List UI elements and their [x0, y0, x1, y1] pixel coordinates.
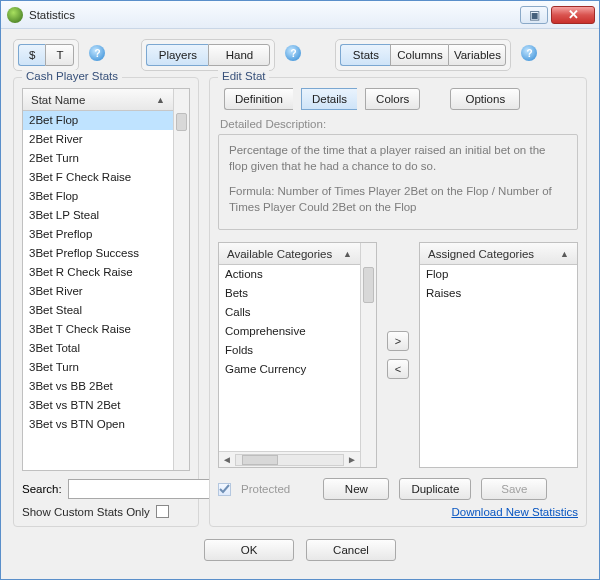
- list-item[interactable]: 2Bet Turn: [23, 149, 173, 168]
- maximize-button[interactable]: ▣: [520, 6, 548, 24]
- move-left-button[interactable]: <: [387, 359, 409, 379]
- search-input[interactable]: [68, 479, 225, 499]
- tab-colors[interactable]: Colors: [365, 88, 420, 110]
- check-icon: [219, 484, 230, 495]
- new-button[interactable]: New: [323, 478, 389, 500]
- duplicate-button[interactable]: Duplicate: [399, 478, 471, 500]
- custom-only-label: Show Custom Stats Only: [22, 506, 150, 518]
- stat-list-header-label: Stat Name: [31, 94, 85, 106]
- list-item[interactable]: 3Bet River: [23, 282, 173, 301]
- protected-label: Protected: [241, 483, 290, 495]
- maximize-icon: ▣: [529, 8, 540, 22]
- assigned-header[interactable]: Assigned Categories ▲: [420, 243, 577, 265]
- list-item[interactable]: 3Bet Total: [23, 339, 173, 358]
- players-button[interactable]: Players: [146, 44, 208, 66]
- scope-group: Players Hand: [141, 39, 275, 71]
- download-stats-link[interactable]: Download New Statistics: [218, 506, 578, 518]
- scroll-right-icon[interactable]: ►: [344, 454, 360, 465]
- stat-list: Stat Name ▲ 2Bet Flop2Bet River2Bet Turn…: [22, 88, 190, 471]
- description-label: Detailed Description:: [220, 118, 578, 130]
- help-icon[interactable]: ?: [521, 45, 537, 61]
- variables-button[interactable]: Variables: [448, 44, 506, 66]
- assigned-header-label: Assigned Categories: [428, 248, 534, 260]
- assigned-col: Assigned Categories ▲ FlopRaises: [419, 242, 578, 468]
- content-area: $ T ? Players Hand ? Stats Columns Varia…: [1, 29, 599, 579]
- edit-tabs: Definition Details Colors Options: [224, 88, 578, 110]
- list-item[interactable]: 2Bet River: [23, 130, 173, 149]
- list-item[interactable]: 3Bet vs BTN 2Bet: [23, 396, 173, 415]
- list-item[interactable]: 3Bet R Check Raise: [23, 263, 173, 282]
- main-area: Cash Player Stats Stat Name ▲ 2Bet Flop2…: [13, 77, 587, 527]
- right-panel: Edit Stat Definition Details Colors Opti…: [209, 77, 587, 527]
- hscroll-thumb[interactable]: [242, 455, 278, 465]
- list-item[interactable]: 2Bet Flop: [23, 111, 173, 130]
- description-box[interactable]: Percentage of the time that a player rai…: [218, 134, 578, 230]
- left-panel-legend: Cash Player Stats: [22, 70, 122, 82]
- close-button[interactable]: ✕: [551, 6, 595, 24]
- move-buttons: > <: [385, 242, 411, 468]
- cash-button[interactable]: $: [18, 44, 45, 66]
- columns-button[interactable]: Columns: [390, 44, 448, 66]
- stats-button[interactable]: Stats: [340, 44, 390, 66]
- available-hscroll[interactable]: ◄ ►: [219, 451, 360, 467]
- tab-definition[interactable]: Definition: [224, 88, 293, 110]
- list-item[interactable]: 3Bet Turn: [23, 358, 173, 377]
- hand-button[interactable]: Hand: [208, 44, 270, 66]
- top-toolbar: $ T ? Players Hand ? Stats Columns Varia…: [13, 39, 587, 71]
- cancel-button[interactable]: Cancel: [306, 539, 396, 561]
- tournament-button[interactable]: T: [45, 44, 74, 66]
- list-item[interactable]: 3Bet Flop: [23, 187, 173, 206]
- available-header[interactable]: Available Categories ▲: [219, 243, 360, 265]
- app-icon: [7, 7, 23, 23]
- list-item[interactable]: Game Currency: [219, 360, 360, 379]
- sort-asc-icon: ▲: [343, 249, 352, 259]
- stat-list-header[interactable]: Stat Name ▲: [23, 89, 173, 111]
- options-button[interactable]: Options: [450, 88, 520, 110]
- titlebar: Statistics ▣ ✕: [1, 1, 599, 29]
- list-item[interactable]: Actions: [219, 265, 360, 284]
- categories-area: Available Categories ▲ ActionsBetsCallsC…: [218, 242, 578, 468]
- tab-details[interactable]: Details: [301, 88, 357, 110]
- list-item[interactable]: Folds: [219, 341, 360, 360]
- custom-only-row: Show Custom Stats Only: [22, 505, 190, 518]
- stat-list-scrollbar[interactable]: [173, 89, 189, 470]
- list-item[interactable]: 3Bet vs BB 2Bet: [23, 377, 173, 396]
- list-item[interactable]: Bets: [219, 284, 360, 303]
- action-row: Protected New Duplicate Save: [218, 478, 578, 500]
- list-item[interactable]: 3Bet Steal: [23, 301, 173, 320]
- list-item[interactable]: 3Bet T Check Raise: [23, 320, 173, 339]
- list-item[interactable]: 3Bet Preflop Success: [23, 244, 173, 263]
- list-item[interactable]: 3Bet vs BTN Open: [23, 415, 173, 434]
- left-panel: Cash Player Stats Stat Name ▲ 2Bet Flop2…: [13, 77, 199, 527]
- available-header-label: Available Categories: [227, 248, 332, 260]
- ok-button[interactable]: OK: [204, 539, 294, 561]
- list-item[interactable]: 3Bet Preflop: [23, 225, 173, 244]
- sort-asc-icon: ▲: [560, 249, 569, 259]
- move-right-button[interactable]: >: [387, 331, 409, 351]
- close-icon: ✕: [568, 7, 579, 22]
- protected-checkbox: [218, 483, 231, 496]
- list-item[interactable]: Flop: [420, 265, 577, 284]
- description-text-2: Formula: Number of Times Player 2Bet on …: [229, 184, 567, 215]
- custom-only-checkbox[interactable]: [156, 505, 169, 518]
- search-label: Search:: [22, 483, 62, 495]
- list-item[interactable]: 3Bet F Check Raise: [23, 168, 173, 187]
- list-item[interactable]: 3Bet LP Steal: [23, 206, 173, 225]
- help-icon[interactable]: ?: [89, 45, 105, 61]
- list-item[interactable]: Calls: [219, 303, 360, 322]
- right-panel-legend: Edit Stat: [218, 70, 269, 82]
- save-button: Save: [481, 478, 547, 500]
- sort-asc-icon: ▲: [156, 95, 165, 105]
- scroll-left-icon[interactable]: ◄: [219, 454, 235, 465]
- scrollbar-thumb[interactable]: [363, 267, 374, 303]
- window-title: Statistics: [29, 9, 273, 21]
- view-group: Stats Columns Variables: [335, 39, 511, 71]
- dialog-footer: OK Cancel: [13, 527, 587, 575]
- description-text-1: Percentage of the time that a player rai…: [229, 143, 567, 174]
- available-vscroll[interactable]: [360, 243, 376, 467]
- scrollbar-thumb[interactable]: [176, 113, 187, 131]
- available-col: Available Categories ▲ ActionsBetsCallsC…: [218, 242, 377, 468]
- list-item[interactable]: Raises: [420, 284, 577, 303]
- help-icon[interactable]: ?: [285, 45, 301, 61]
- list-item[interactable]: Comprehensive: [219, 322, 360, 341]
